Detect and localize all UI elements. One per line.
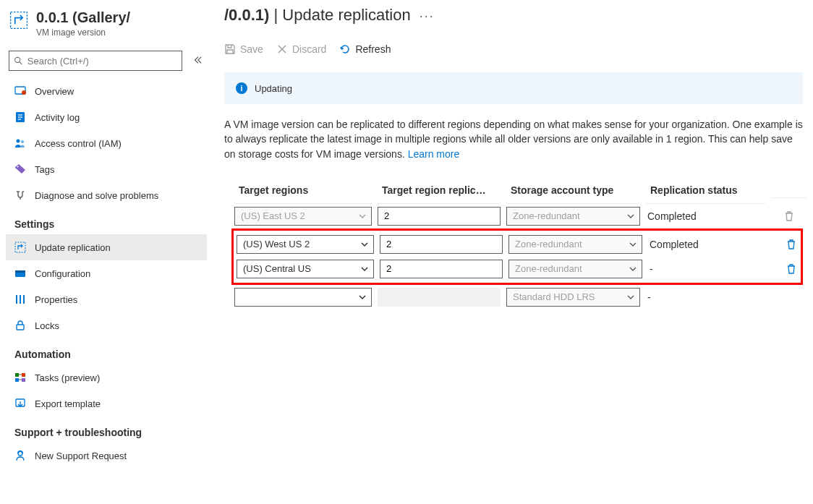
region-select[interactable]: (US) Central US [237,260,374,278]
nav-label: Update replication [35,242,111,253]
sidebar: 0.0.1 (Gallery/ VM image version Overvie… [0,0,207,504]
activity-log-icon [14,111,26,123]
status-cell: Completed [646,210,765,222]
nav-label: Tags [35,164,54,175]
collapse-sidebar-icon[interactable] [192,55,203,67]
main-content: /0.0.1) | Update replication ··· Save Di… [207,0,813,504]
status-cell: - [648,263,767,275]
nav-diagnose[interactable]: Diagnose and solve problems [6,182,207,208]
nav-access-control[interactable]: Access control (IAM) [6,130,207,156]
svg-rect-18 [17,325,24,330]
nav-locks[interactable]: Locks [6,312,207,338]
section-support: Support + troubleshooting [6,417,207,443]
nav-configuration[interactable]: Configuration [6,260,207,286]
svg-rect-21 [22,373,25,377]
nav-label: New Support Request [35,450,127,461]
export-template-icon [14,398,26,409]
svg-point-1 [15,57,20,62]
delete-row-button[interactable] [773,239,809,250]
overview-icon [14,85,26,97]
chevron-down-icon [629,240,637,249]
search-input[interactable] [27,56,177,67]
nav-new-support-request[interactable]: New Support Request [6,443,207,469]
save-button[interactable]: Save [224,43,263,55]
svg-rect-16 [20,295,21,304]
nav-tasks[interactable]: Tasks (preview) [6,364,207,390]
refresh-icon [339,43,351,55]
svg-point-4 [22,90,26,95]
svg-rect-17 [23,295,25,304]
access-control-icon [14,137,26,149]
col-replication-status: Replication status [646,179,765,204]
svg-point-11 [17,166,19,168]
nav-export-template[interactable]: Export template [6,390,207,417]
table-row: Standard HDD LRS - [231,285,803,309]
nav-label: Diagnose and solve problems [35,190,158,201]
search-icon [14,56,23,66]
svg-line-2 [20,62,22,64]
nav-label: Tasks (preview) [35,372,100,383]
nav-tags[interactable]: Tags [6,156,207,182]
tasks-icon [14,372,26,383]
nav-label: Locks [35,320,59,331]
sidebar-search[interactable] [9,51,182,71]
resource-title: 0.0.1 (Gallery/ [36,9,130,26]
region-select[interactable] [234,288,372,307]
description: A VM image version can be replicated to … [224,117,803,161]
more-actions-button[interactable]: ··· [420,9,435,24]
storage-select[interactable]: Zone-redundant [508,235,642,254]
chevron-down-icon [626,293,635,302]
status-cell: - [646,291,765,303]
section-settings: Settings [6,208,207,234]
replica-count-input[interactable] [380,235,503,254]
diagnose-icon [14,189,26,201]
discard-button[interactable]: Discard [276,43,326,55]
col-storage-account-type: Storage account type [506,179,640,204]
locks-icon [14,320,26,331]
replica-count-input[interactable] [378,207,501,226]
replica-count-input [378,288,501,307]
support-icon [14,450,26,461]
updating-notice: i Updating [224,72,803,104]
learn-more-link[interactable]: Learn more [408,148,460,160]
region-select[interactable]: (US) West US 2 [237,235,374,254]
svg-rect-12 [15,242,25,252]
svg-point-9 [17,140,20,143]
storage-select[interactable]: Zone-redundant [506,207,640,226]
status-cell: Completed [648,239,767,250]
nav-activity-log[interactable]: Activity log [6,104,207,130]
configuration-icon [14,268,26,279]
resource-subtitle: VM image version [36,27,130,38]
chevron-down-icon [626,212,635,221]
svg-rect-0 [11,12,27,29]
svg-rect-22 [22,378,25,382]
chevron-down-icon [358,212,367,221]
nav-properties[interactable]: Properties [6,286,207,312]
properties-icon [14,294,26,305]
refresh-button[interactable]: Refresh [339,43,391,55]
nav-label: Access control (IAM) [35,138,122,149]
storage-select[interactable]: Standard HDD LRS [506,288,640,307]
discard-icon [276,43,288,55]
svg-point-10 [21,140,24,143]
tags-icon [14,163,26,175]
replica-count-input[interactable] [380,260,503,278]
delete-row-button[interactable] [773,263,809,275]
col-target-region-replicas: Target region replic… [378,179,501,204]
highlighted-rows: (US) West US 2 Zone-redundant Completed … [231,228,803,285]
nav-update-replication[interactable]: Update replication [6,234,207,260]
update-replication-icon [14,242,26,253]
nav-overview[interactable]: Overview [6,78,207,104]
info-icon: i [236,82,247,94]
svg-rect-15 [16,295,17,304]
vm-image-version-icon [9,10,29,30]
col-target-regions: Target regions [234,179,372,204]
table-row: (US) West US 2 Zone-redundant Completed [234,232,801,257]
svg-rect-19 [15,373,19,377]
chevron-down-icon [629,265,637,273]
nav-label: Export template [35,398,101,409]
notice-text: Updating [255,83,292,94]
chevron-down-icon [358,293,367,302]
chevron-down-icon [360,265,369,273]
storage-select[interactable]: Zone-redundant [508,260,642,278]
